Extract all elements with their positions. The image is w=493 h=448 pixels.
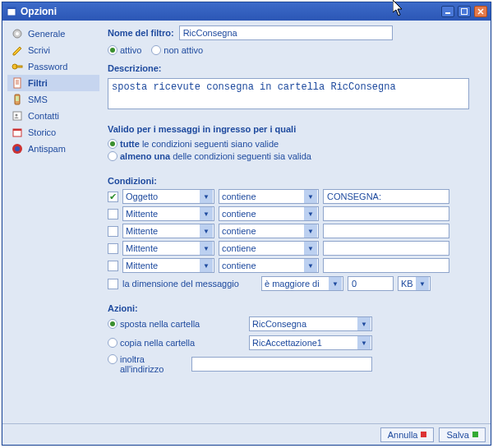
- sidebar-item-sms[interactable]: SMS: [7, 91, 99, 108]
- stop-icon: [421, 432, 426, 437]
- conditions-label: Condizioni:: [108, 176, 157, 186]
- svg-rect-8: [14, 78, 21, 88]
- condition-op-select[interactable]: contiene▼: [219, 189, 319, 204]
- action-copy-folder-select[interactable]: RicAccettazione1▼: [249, 335, 372, 350]
- sidebar-item-storico[interactable]: Storico: [7, 124, 99, 141]
- condition-enable-checkbox[interactable]: [108, 243, 118, 254]
- svg-rect-7: [16, 66, 22, 67]
- svg-rect-14: [13, 129, 21, 131]
- condition-value-input[interactable]: [323, 189, 449, 204]
- svg-rect-2: [445, 12, 450, 14]
- sidebar-item-filtri[interactable]: Filtri: [7, 75, 99, 91]
- condition-row: Mittente▼ contiene▼: [108, 206, 477, 221]
- condition-value-input[interactable]: [323, 206, 449, 221]
- condition-enable-checkbox[interactable]: [108, 209, 118, 219]
- valid-any-bold: almeno una: [120, 151, 170, 161]
- condition-field-select[interactable]: Mittente▼: [122, 224, 214, 238]
- svg-point-16: [15, 146, 20, 151]
- valid-all-radio[interactable]: tutte le condizioni seguenti siano valid…: [108, 139, 279, 149]
- condition-field-select[interactable]: Mittente▼: [122, 206, 214, 221]
- valid-any-rest: delle condizioni seguenti sia valida: [170, 151, 311, 161]
- actions-label: Azioni:: [108, 303, 138, 313]
- radio-icon: [108, 45, 117, 55]
- sidebar-item-label: Antispam: [28, 144, 66, 154]
- sidebar-item-label: Scrivi: [28, 45, 50, 55]
- chevron-down-icon: ▼: [200, 190, 213, 203]
- size-unit-select[interactable]: KB▼: [398, 276, 431, 291]
- size-op-select[interactable]: è maggiore di▼: [261, 276, 343, 291]
- sidebar-item-scrivi[interactable]: Scrivi: [7, 42, 99, 58]
- condition-field-select[interactable]: Mittente▼: [122, 258, 214, 273]
- condition-op-select[interactable]: contiene▼: [219, 206, 319, 221]
- cancel-button[interactable]: Annulla: [380, 427, 435, 442]
- valid-any-radio[interactable]: almeno una delle condizioni seguenti sia…: [108, 151, 311, 161]
- valid-all-bold: tutte: [120, 139, 140, 149]
- status-active-label: attivo: [120, 45, 141, 55]
- svg-rect-10: [16, 96, 19, 101]
- condition-value-input[interactable]: [323, 241, 449, 256]
- condition-op-select[interactable]: contiene▼: [219, 258, 319, 273]
- svg-point-5: [16, 32, 19, 35]
- sidebar-item-label: SMS: [28, 95, 48, 104]
- sidebar-item-contatti[interactable]: Contatti: [7, 108, 99, 124]
- status-active-radio[interactable]: attivo: [108, 45, 141, 55]
- action-copy-radio[interactable]: copia nella cartella: [108, 338, 239, 348]
- pencil-icon: [11, 44, 24, 57]
- status-inactive-radio[interactable]: non attivo: [151, 45, 203, 55]
- minimize-button[interactable]: [441, 6, 454, 17]
- sidebar-item-label: Contatti: [28, 111, 59, 121]
- sidebar-item-label: Storico: [28, 127, 56, 137]
- chevron-down-icon: ▼: [304, 207, 317, 220]
- condition-enable-checkbox[interactable]: [108, 226, 118, 237]
- close-button[interactable]: [474, 6, 487, 17]
- action-move-label: sposta nella cartella: [120, 319, 200, 329]
- chevron-down-icon: ▼: [357, 336, 371, 349]
- size-enable-checkbox[interactable]: [108, 279, 118, 289]
- save-label: Salva: [446, 430, 469, 440]
- svg-rect-3: [462, 9, 468, 15]
- window-buttons: [441, 6, 487, 17]
- condition-field-select[interactable]: Oggetto▼: [122, 189, 214, 204]
- radio-icon: [108, 338, 117, 348]
- contacts-icon: [11, 109, 24, 122]
- description-textarea[interactable]: sposta ricevute consegna in cartella Ric…: [108, 78, 469, 109]
- filter-name-label: Nome del filtro:: [108, 28, 174, 38]
- condition-op-select[interactable]: contiene▼: [219, 224, 319, 238]
- sidebar-item-label: Filtri: [28, 78, 48, 88]
- description-label: Descrizione:: [108, 63, 161, 73]
- radio-icon: [108, 354, 117, 364]
- condition-enable-checkbox[interactable]: [108, 261, 118, 271]
- chevron-down-icon: ▼: [357, 317, 371, 330]
- condition-value-input[interactable]: [323, 224, 449, 238]
- main-panel: Nome del filtro: attivo non attivo Descr…: [99, 25, 486, 418]
- save-button[interactable]: Salva: [439, 427, 486, 442]
- spam-icon: [11, 142, 24, 155]
- phone-icon: [11, 93, 24, 106]
- maximize-button[interactable]: [458, 6, 471, 17]
- sidebar: Generale Scrivi Password Filtri SMS Cont…: [7, 25, 99, 418]
- action-forward-input[interactable]: [191, 357, 372, 372]
- options-window: Opzioni Generale Scrivi Password Filtri: [2, 2, 491, 446]
- chevron-down-icon: ▼: [200, 224, 213, 238]
- sidebar-item-generale[interactable]: Generale: [7, 25, 99, 42]
- condition-enable-checkbox[interactable]: [108, 192, 118, 202]
- filter-name-input[interactable]: [179, 25, 393, 40]
- condition-field-select[interactable]: Mittente▼: [122, 241, 214, 256]
- svg-point-12: [16, 114, 18, 117]
- size-value-input[interactable]: [348, 276, 394, 291]
- condition-op-select[interactable]: contiene▼: [219, 241, 319, 256]
- chevron-down-icon: ▼: [304, 224, 317, 238]
- chevron-down-icon: ▼: [200, 259, 213, 272]
- radio-icon: [108, 151, 117, 161]
- condition-value-input[interactable]: [323, 258, 449, 273]
- action-move-radio[interactable]: sposta nella cartella: [108, 319, 239, 329]
- action-forward-radio[interactable]: inoltra all'indirizzo: [108, 354, 182, 374]
- size-label: la dimensione del messaggio: [122, 279, 257, 289]
- condition-row: Mittente▼ contiene▼: [108, 241, 477, 256]
- action-move-folder-select[interactable]: RicConsegna▼: [249, 316, 372, 331]
- condition-row: Oggetto▼ contiene▼: [108, 189, 477, 204]
- chevron-down-icon: ▼: [304, 190, 317, 203]
- calendar-icon: [11, 126, 24, 139]
- sidebar-item-antispam[interactable]: Antispam: [7, 141, 99, 157]
- sidebar-item-password[interactable]: Password: [7, 58, 99, 75]
